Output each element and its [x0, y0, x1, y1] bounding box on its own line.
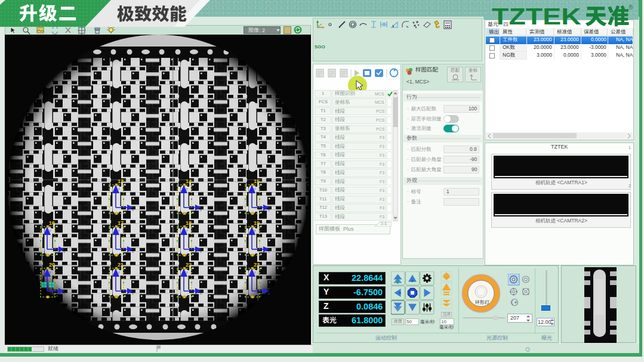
svg-text:T12: T12: [319, 205, 327, 211]
svg-text:22.8644: 22.8644: [352, 273, 383, 283]
svg-text:/: /: [429, 319, 431, 324]
svg-text:1: 1: [322, 91, 324, 96]
svg-text:F3: F3: [380, 135, 384, 140]
svg-text:<CAMTRA2>: <CAMTRA2>: [556, 218, 587, 224]
svg-text:20.0000: 20.0000: [534, 44, 552, 50]
svg-text:17: 17: [118, 220, 124, 226]
svg-text:T1: T1: [321, 108, 326, 113]
svg-text:1: 1: [628, 146, 631, 150]
svg-text:T9: T9: [321, 178, 326, 184]
svg-text:X: X: [323, 273, 329, 282]
svg-text:21: 21: [118, 262, 124, 268]
svg-text:: 2: : 2: [259, 27, 265, 33]
svg-text:10: 10: [441, 319, 446, 324]
svg-text:-90: -90: [470, 156, 477, 162]
svg-text:F3: F3: [380, 171, 384, 175]
svg-text:15: 15: [254, 178, 260, 184]
svg-text:13: 13: [118, 178, 124, 184]
svg-text:NA, NA: NA, NA: [616, 44, 633, 50]
svg-text:23.0000: 23.0000: [560, 36, 579, 42]
svg-text:0.8: 0.8: [470, 146, 477, 152]
svg-text:1-1: 1-1: [381, 221, 387, 225]
svg-text:16: 16: [49, 220, 55, 226]
svg-text:F3: F3: [380, 144, 384, 148]
svg-text:T10: T10: [319, 187, 327, 193]
svg-text:MCS: MCS: [375, 100, 384, 104]
svg-text:TZTEK: TZTEK: [492, 4, 581, 29]
svg-text:T7: T7: [321, 161, 326, 166]
svg-text:23.0000: 23.0000: [534, 36, 552, 42]
svg-text:0.0000: 0.0000: [591, 36, 606, 42]
svg-text:Plus: Plus: [340, 226, 354, 232]
svg-text:T5: T5: [321, 143, 326, 148]
svg-text:T4: T4: [321, 135, 326, 140]
svg-text:3.0000: 3.0000: [537, 52, 552, 58]
svg-text:2: 2: [628, 184, 631, 188]
svg-text:<1, MCS>: <1, MCS>: [406, 79, 429, 85]
svg-text:Y: Y: [323, 287, 329, 296]
svg-text:61.8000: 61.8000: [352, 316, 383, 326]
svg-text:PCS: PCS: [376, 118, 385, 122]
svg-text:·: ·: [407, 106, 410, 112]
svg-text:·: ·: [407, 166, 410, 172]
svg-text:TZTEK: TZTEK: [551, 144, 568, 150]
svg-text:SGO: SGO: [315, 44, 325, 49]
svg-text:3.0000: 3.0000: [591, 52, 606, 58]
svg-text:T8: T8: [321, 170, 326, 175]
svg-text:23.0000: 23.0000: [560, 44, 579, 50]
svg-text:·: ·: [407, 125, 410, 131]
svg-text:PCS: PCS: [376, 126, 385, 131]
svg-text:F3: F3: [380, 153, 384, 157]
svg-text:18: 18: [186, 220, 192, 226]
svg-text:T6: T6: [321, 152, 326, 157]
svg-text:®: ®: [628, 4, 633, 11]
svg-text:F3: F3: [380, 215, 384, 219]
svg-text:100: 100: [469, 106, 477, 112]
svg-text:20: 20: [49, 262, 55, 268]
svg-text:22: 22: [186, 262, 192, 268]
svg-text:·: ·: [407, 146, 410, 152]
svg-text:50: 50: [406, 319, 412, 324]
svg-text:OK: OK: [503, 44, 510, 50]
svg-text:T3: T3: [321, 126, 326, 131]
svg-text:F3: F3: [380, 197, 384, 201]
svg-text:PCS: PCS: [376, 109, 385, 113]
svg-text:F3: F3: [380, 206, 384, 210]
svg-text:14: 14: [186, 178, 192, 184]
svg-text:F3: F3: [380, 162, 384, 166]
svg-text:·: ·: [407, 188, 410, 194]
svg-text:/: /: [448, 324, 450, 330]
svg-text:MCS: MCS: [375, 91, 384, 95]
svg-text:·: ·: [407, 116, 410, 122]
svg-text:T11: T11: [319, 196, 326, 202]
svg-text:NG: NG: [503, 52, 510, 58]
svg-text:<CAMTRA1>: <CAMTRA1>: [556, 180, 587, 185]
svg-text:F3: F3: [380, 188, 384, 193]
svg-text:FCS: FCS: [319, 100, 328, 105]
svg-text:NA, NA: NA, NA: [616, 36, 633, 42]
svg-text:NA, NA: NA, NA: [616, 52, 633, 58]
svg-text:T2: T2: [321, 117, 326, 122]
svg-text:207: 207: [510, 315, 519, 321]
svg-text:-6.7500: -6.7500: [353, 287, 383, 297]
svg-text:90: 90: [472, 166, 477, 172]
svg-text:·: ·: [407, 199, 410, 205]
svg-text:Z: Z: [323, 301, 329, 311]
svg-text:19: 19: [254, 220, 260, 226]
svg-text:0.0000: 0.0000: [563, 52, 579, 58]
svg-text:F3: F3: [380, 180, 384, 184]
svg-text:T13: T13: [319, 214, 327, 219]
svg-text:23: 23: [254, 262, 260, 268]
svg-text:1: 1: [446, 188, 449, 194]
svg-text:-3.0000: -3.0000: [589, 44, 606, 50]
svg-text:·: ·: [407, 156, 410, 162]
svg-text:0.0846: 0.0846: [356, 302, 383, 311]
